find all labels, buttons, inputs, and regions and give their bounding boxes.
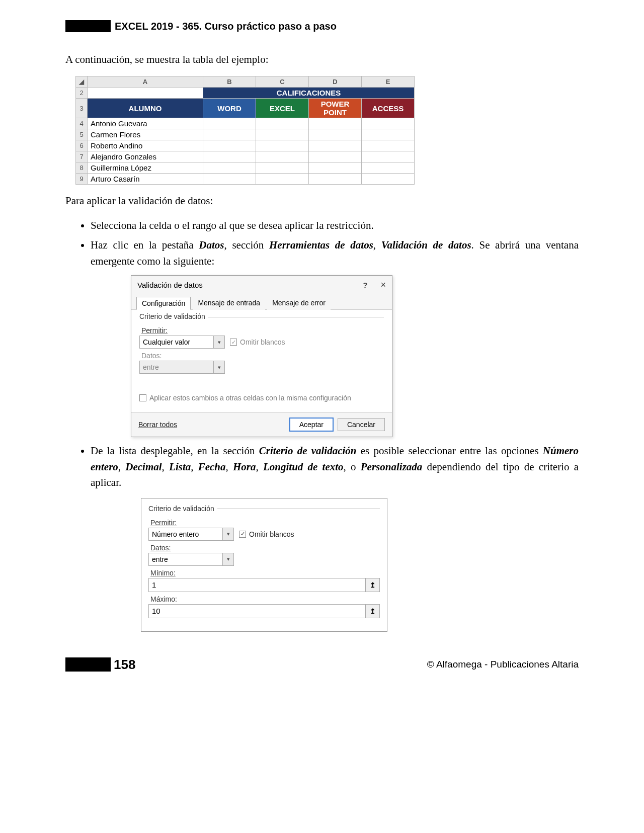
chevron-down-icon: ▾: [213, 361, 224, 373]
footer-block: [65, 657, 111, 672]
page-footer: 158 © Alfaomega - Publicaciones Altaria: [65, 657, 579, 673]
permitir-label: Permitir:: [141, 326, 384, 335]
row-header: 2: [76, 88, 88, 99]
excel-corner: ◢: [76, 76, 88, 88]
close-icon[interactable]: ×: [380, 280, 386, 290]
col-header: C: [256, 76, 309, 88]
criteria-legend: Criterio de validación: [148, 505, 217, 513]
help-icon[interactable]: ?: [363, 281, 367, 289]
minimo-label: Mínimo:: [150, 569, 380, 577]
excel-table-screenshot: ◢ A B C D E 2 CALIFICACIONES 3 ALUMNO WO…: [75, 76, 579, 185]
header-block: [65, 20, 111, 32]
row-header: 3: [76, 99, 88, 118]
col-header: B: [203, 76, 256, 88]
calificaciones-header: CALIFICACIONES: [203, 88, 415, 99]
fieldset-legend: Criterio de validación: [139, 312, 208, 320]
student-cell: Alejandro Gonzales: [88, 151, 203, 162]
bullet-3: De la lista desplegable, en la sección C…: [91, 443, 579, 491]
page-number: 158: [114, 657, 135, 673]
powerpoint-header: POWER POINT: [309, 99, 362, 118]
datos-label: Datos:: [150, 544, 380, 552]
cell: [88, 88, 203, 99]
chevron-down-icon: ▾: [222, 553, 233, 565]
omitir-checkbox[interactable]: ✓: [239, 531, 246, 538]
alumno-header: ALUMNO: [88, 99, 203, 118]
page-header: EXCEL 2019 - 365. Curso práctico paso a …: [65, 20, 579, 32]
criteria-box-screenshot: Criterio de validación Permitir: Número …: [141, 498, 579, 632]
access-header: ACCESS: [362, 99, 415, 118]
tab-configuracion[interactable]: Configuración: [136, 297, 191, 310]
word-header: WORD: [203, 99, 256, 118]
omitir-checkbox[interactable]: ✓: [230, 339, 237, 346]
chevron-down-icon: ▾: [222, 528, 233, 540]
col-header: D: [309, 76, 362, 88]
permitir-label: Permitir:: [150, 519, 380, 527]
maximo-input[interactable]: 10: [148, 604, 366, 618]
aceptar-button[interactable]: Aceptar: [289, 418, 334, 432]
datos-select: entre ▾: [139, 361, 225, 374]
student-cell: Antonio Guevara: [88, 118, 203, 129]
tab-mensaje-error[interactable]: Mensaje de error: [267, 297, 331, 310]
header-title: EXCEL 2019 - 365. Curso práctico paso a …: [115, 21, 337, 32]
col-header: E: [362, 76, 415, 88]
ref-select-icon[interactable]: ↥: [366, 604, 380, 618]
col-header: A: [88, 76, 203, 88]
permitir-select[interactable]: Cualquier valor ▾: [139, 336, 225, 349]
copyright: © Alfaomega - Publicaciones Altaria: [427, 659, 579, 670]
dialog-title: Validación de datos: [137, 281, 203, 289]
student-cell: Arturo Casarín: [88, 174, 203, 185]
validation-dialog-screenshot: Validación de datos ? × Configuración Me…: [131, 275, 579, 437]
cancelar-button[interactable]: Cancelar: [338, 418, 385, 431]
minimo-input[interactable]: 1: [148, 578, 366, 592]
para-validation: Para aplicar la validación de datos:: [65, 194, 579, 208]
borrar-button[interactable]: Borrar todos: [138, 421, 177, 429]
datos-label: Datos:: [141, 352, 384, 360]
tab-mensaje-entrada[interactable]: Mensaje de entrada: [193, 297, 265, 310]
omitir-label: Omitir blancos: [249, 530, 294, 538]
apply-label: Aplicar estos cambios a otras celdas con…: [149, 394, 351, 402]
maximo-label: Máximo:: [150, 595, 380, 603]
omitir-label: Omitir blancos: [240, 338, 285, 346]
intro-text: A continuación, se muestra la tabla del …: [65, 52, 579, 67]
ref-select-icon[interactable]: ↥: [366, 578, 380, 592]
datos-select[interactable]: entre ▾: [148, 553, 234, 566]
bullet-2: Haz clic en la pestaña Datos, sección He…: [91, 237, 579, 269]
chevron-down-icon: ▾: [213, 336, 224, 348]
student-cell: Guillermina López: [88, 162, 203, 174]
student-cell: Roberto Andino: [88, 140, 203, 151]
excel-header: EXCEL: [256, 99, 309, 118]
apply-checkbox[interactable]: [139, 394, 146, 401]
bullet-1: Selecciona la celda o el rango al que se…: [91, 218, 579, 234]
student-cell: Carmen Flores: [88, 129, 203, 140]
permitir-select[interactable]: Número entero ▾: [148, 528, 234, 541]
